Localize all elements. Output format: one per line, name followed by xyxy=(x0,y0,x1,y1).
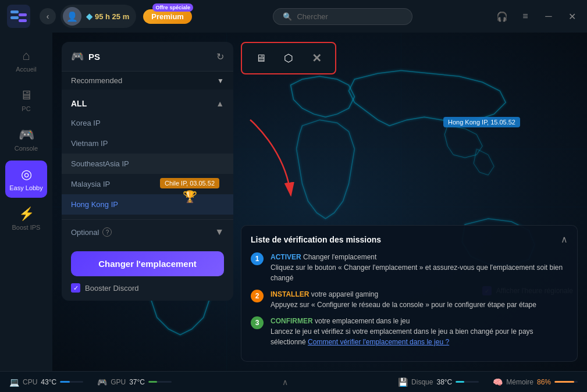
svg-rect-4 xyxy=(19,19,27,22)
easy-lobby-icon: ◎ xyxy=(21,167,32,182)
optional-text: Optional xyxy=(71,228,99,237)
mission-detail-2: Appuyez sur « Configurer le réseau de la… xyxy=(271,301,536,309)
avatar: 👤 xyxy=(63,7,81,26)
sidebar: ⌂ Accueil 🖥 PC 🎮 Console ◎ Easy Lobby ⚡ … xyxy=(0,33,52,371)
region-korea[interactable]: Korea IP xyxy=(62,113,233,133)
gpu-value: 37°C xyxy=(129,378,145,386)
close-button[interactable]: ✕ xyxy=(564,8,580,24)
sidebar-item-easy-lobby[interactable]: ◎ Easy Lobby xyxy=(5,161,47,198)
boost-icon: ⚡ xyxy=(19,206,34,222)
mission-header: Liste de vérification des missions ∧ xyxy=(251,234,568,245)
cpu-label: CPU xyxy=(23,378,37,386)
svg-rect-0 xyxy=(7,5,30,28)
sidebar-item-boost-ips[interactable]: ⚡ Boost IPS xyxy=(5,200,47,237)
sidebar-item-console[interactable]: 🎮 Console xyxy=(5,121,47,158)
status-memoire: 🧠 Mémoire 86% xyxy=(493,377,578,387)
status-disque: 💾 Disque 38°C xyxy=(398,377,479,387)
app-logo xyxy=(7,5,30,28)
change-location-button[interactable]: Changer l'emplacement xyxy=(71,251,224,276)
memoire-icon: 🧠 xyxy=(493,377,503,387)
bottom-bar: 💻 CPU 43°C 🎮 GPU 37°C ∧ 💾 Disque 38°C 🧠 … xyxy=(0,371,587,392)
search-placeholder: Chercher xyxy=(297,12,328,21)
optional-section[interactable]: Optional ? ▼ xyxy=(62,219,233,244)
mission-collapse-button[interactable]: ∧ xyxy=(561,234,568,245)
trophy-icon-chile: 🏆 xyxy=(183,190,197,204)
region-label-southeast-asia: SoutheastAsia IP xyxy=(71,159,129,168)
user-area[interactable]: 👤 ◆ 95 h 25 m xyxy=(61,5,136,28)
svg-rect-3 xyxy=(19,13,27,16)
refresh-button[interactable]: ↻ xyxy=(216,51,224,62)
minimize-button[interactable]: ─ xyxy=(540,8,557,24)
bottom-chevron[interactable]: ∧ xyxy=(282,377,288,387)
chile-marker: Chile IP, 03.05.52 🏆 xyxy=(160,178,219,204)
xp-value: 95 h 25 m xyxy=(95,12,129,21)
optional-label: Optional ? xyxy=(71,227,112,237)
mission-item-1: 1 ACTIVER Changer l'emplacement Cliquez … xyxy=(251,252,568,283)
region-all[interactable]: ALL ▲ xyxy=(62,94,233,113)
sidebar-item-pc[interactable]: 🖥 PC xyxy=(5,81,47,119)
mission-link-3[interactable]: Comment vérifier l'emplacement dans le j… xyxy=(308,338,449,346)
memoire-bar xyxy=(554,381,578,383)
mission-keyword-2: INSTALLER xyxy=(271,290,309,298)
recommended-row[interactable]: Recommended ▼ xyxy=(62,72,233,90)
tab-xbox[interactable]: ✕ xyxy=(305,48,328,69)
disque-value: 38°C xyxy=(436,378,452,386)
booster-row: ✓ Booster Discord xyxy=(62,283,233,301)
mission-title: Liste de vérification des missions xyxy=(251,235,381,244)
premium-label: Premium xyxy=(151,12,184,21)
all-label: ALL xyxy=(71,99,87,108)
disque-bar-fill xyxy=(456,381,464,383)
recommended-label: Recommended xyxy=(71,76,122,85)
panel-title: PS xyxy=(88,52,100,62)
memoire-value: 86% xyxy=(537,378,551,386)
status-gpu: 🎮 GPU 37°C xyxy=(97,377,172,387)
mission-num-1: 1 xyxy=(251,252,264,265)
change-btn-label: Changer l'emplacement xyxy=(98,259,197,269)
mission-keyword-1: ACTIVER xyxy=(271,253,301,261)
all-chevron: ▲ xyxy=(216,99,224,108)
region-vietnam[interactable]: Vietnam IP xyxy=(62,133,233,154)
hong-kong-marker: Hong Kong IP, 15.05.52 xyxy=(443,117,520,127)
panel-header: 🎮 PS ↻ xyxy=(62,42,233,72)
region-label-malaysia: Malaysia IP xyxy=(71,180,110,188)
menu-button[interactable]: ≡ xyxy=(517,8,533,24)
gpu-icon: 🎮 xyxy=(97,377,107,387)
home-icon: ⌂ xyxy=(22,48,30,63)
sidebar-label-console: Console xyxy=(15,145,38,152)
mission-text-2: INSTALLER votre appareil gaming Appuyez … xyxy=(271,289,536,310)
pc-icon: 🖥 xyxy=(20,88,33,103)
offre-badge: Offre spéciale xyxy=(152,3,193,12)
console-icon: 🎮 xyxy=(19,127,34,142)
disque-icon: 💾 xyxy=(398,377,408,387)
sidebar-label-boost-ips: Boost IPS xyxy=(12,224,41,231)
title-actions: 🎧 ≡ ─ ✕ xyxy=(494,8,580,24)
back-button[interactable]: ‹ xyxy=(40,8,56,24)
headset-button[interactable]: 🎧 xyxy=(494,8,510,24)
premium-button[interactable]: Premium Offre spéciale xyxy=(143,9,192,24)
gpu-label: GPU xyxy=(111,378,126,386)
main-area: Chile IP, 03.05.52 🏆 Hong Kong IP, 15.05… xyxy=(52,33,587,371)
diamond-icon: ◆ xyxy=(86,12,93,21)
region-label-hong-kong: Hong Kong IP xyxy=(71,200,118,209)
search-box[interactable]: 🔍 Chercher xyxy=(273,8,412,25)
mission-num-2: 2 xyxy=(251,290,264,302)
tab-monitor[interactable]: 🖥 xyxy=(249,48,272,69)
xp-info: ◆ 95 h 25 m xyxy=(86,12,129,21)
mission-detail-1: Cliquez sur le bouton « Changer l'emplac… xyxy=(271,263,563,282)
memoire-label: Mémoire xyxy=(506,378,533,386)
disque-bar xyxy=(456,381,479,383)
cpu-value: 43°C xyxy=(41,378,56,386)
gpu-bar-fill xyxy=(148,381,157,383)
cpu-icon: 💻 xyxy=(9,377,19,387)
tab-playstation[interactable]: ⬡ xyxy=(277,48,300,69)
status-cpu: 💻 CPU 43°C xyxy=(9,377,83,387)
mission-action-2: votre appareil gaming xyxy=(311,290,378,298)
hong-kong-label: Hong Kong IP, 15.05.52 xyxy=(443,117,520,127)
sidebar-label-pc: PC xyxy=(22,105,30,112)
booster-checkbox[interactable]: ✓ xyxy=(71,283,80,293)
region-southeast-asia[interactable]: SoutheastAsia IP xyxy=(62,154,233,174)
svg-rect-1 xyxy=(10,10,19,13)
mission-action-1: Changer l'emplacement xyxy=(303,253,376,261)
mission-keyword-3: CONFIRMER xyxy=(271,317,313,325)
sidebar-item-accueil[interactable]: ⌂ Accueil xyxy=(5,42,47,79)
